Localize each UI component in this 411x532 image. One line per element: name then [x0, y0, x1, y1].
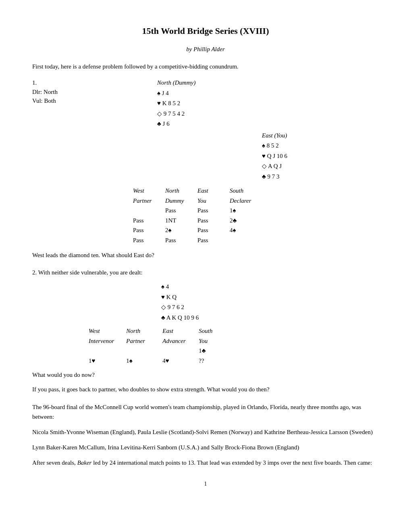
bid-e1: Pass [197, 206, 230, 216]
bid-w1 [133, 206, 165, 216]
bidding2-south-first-row: 1♣ [89, 346, 235, 356]
bid-n3: 2♠ [165, 225, 197, 235]
problem1-hands: North (Dummy) ♠ J 4 ♥ K 8 5 2 ◇ 9 7 5 4 … [77, 78, 379, 245]
bid2-w1: 1♥ [89, 356, 126, 366]
bid-w3: Pass [133, 225, 165, 235]
intro-text: First today, here is a defense problem f… [32, 62, 379, 71]
col-north-sub: Dummy [165, 196, 197, 206]
problem2-number: 2. [32, 269, 37, 276]
col2-west-header: West [89, 326, 126, 336]
bid-w2: Pass [133, 216, 165, 226]
north-card-4: ♣ J 6 [157, 119, 379, 129]
body-para-3: Lynn Baker-Karen McCallum, Irina Levitin… [32, 443, 379, 452]
east-card-3: ◇ A Q J [262, 161, 379, 172]
problem1-number: 1. [32, 78, 77, 87]
bidding2-row-1: 1♥ 1♠ 4♥ ?? [89, 356, 235, 366]
col2-south-header: South [199, 326, 235, 336]
problem2-intro-text: With neither side vulnerable, you are de… [38, 269, 143, 276]
problem1-dlr: Dlr: North [32, 87, 77, 97]
body-para-4: After seven deals, Baker led by 24 inter… [32, 458, 379, 468]
byline: by Phillip Alder [32, 45, 379, 54]
bidding-table-2: West North East South Intervenor Partner… [89, 326, 235, 366]
problem2-question1: What would you do now? [32, 370, 379, 380]
north-card-1: ♠ J 4 [157, 88, 379, 99]
bidding-row-3: Pass 2♠ Pass 4♠ [133, 225, 264, 235]
bid2-e1: 4♥ [162, 356, 199, 366]
bid-n1: Pass [165, 206, 197, 216]
east-label: East (You) [262, 131, 379, 140]
col-south-sub: Declarer [230, 196, 264, 206]
problem-2-section: 2. With neither side vulnerable, you are… [32, 268, 379, 394]
north-card-2: ♥ K 8 5 2 [157, 98, 379, 109]
bid2-w0 [89, 346, 126, 356]
bid-s3: 4♠ [230, 225, 264, 235]
col-east-sub: You [197, 196, 230, 206]
bid2-s1: ?? [199, 356, 235, 366]
hand2-card-4: ♣ A K Q 10 9 6 [161, 313, 379, 323]
bid2-n1: 1♠ [126, 356, 162, 366]
east-cards: ♠ 8 5 2 ♥ Q J 10 6 ◇ A Q J ♣ 9 7 3 [262, 141, 379, 182]
bid-e4: Pass [197, 235, 230, 245]
bid-e3: Pass [197, 225, 230, 235]
col2-north-sub: Partner [126, 336, 162, 346]
bidding-row-1: Pass Pass 1♠ [133, 206, 264, 216]
bid2-s0: 1♣ [199, 346, 235, 356]
problem2-question2: If you pass, it goes back to partner, wh… [32, 384, 379, 394]
bid-n4: Pass [165, 235, 197, 245]
page-title: 15th World Bridge Series (XVIII) [32, 24, 379, 37]
hand2-card-2: ♥ K Q [161, 292, 379, 303]
col2-north-header: North [126, 326, 162, 336]
hand2-card-3: ◇ 9 7 6 2 [161, 302, 379, 313]
bid2-n0 [126, 346, 162, 356]
bidding2-header-row: West North East South [89, 326, 235, 336]
bidding-row-2: Pass 1NT Pass 2♣ [133, 216, 264, 226]
north-card-3: ◇ 9 7 5 4 2 [157, 109, 379, 119]
col2-east-sub: Advancer [162, 336, 199, 346]
bid-s1: 1♠ [230, 206, 264, 216]
body-para-1: The 96-board final of the McConnell Cup … [32, 402, 379, 422]
bid-n2: 1NT [165, 216, 197, 226]
east-card-1: ♠ 8 5 2 [262, 141, 379, 151]
bid-s2: 2♣ [230, 216, 264, 226]
problem1-meta: 1. Dlr: North Vul: Both [32, 78, 77, 245]
col-south-header: South [230, 186, 264, 196]
bid2-e0 [162, 346, 199, 356]
col2-west-sub: Intervenor [89, 336, 126, 346]
hand2-cards: ♠ 4 ♥ K Q ◇ 9 7 6 2 ♣ A K Q 10 9 6 [161, 282, 379, 323]
col2-south-sub: You [199, 336, 235, 346]
col-west-sub: Partner [133, 196, 165, 206]
north-cards: ♠ J 4 ♥ K 8 5 2 ◇ 9 7 5 4 2 ♣ J 6 [157, 88, 379, 129]
hand2-card-1: ♠ 4 [161, 282, 379, 292]
bidding-row-4: Pass Pass Pass [133, 235, 264, 245]
east-card-2: ♥ Q J 10 6 [262, 151, 379, 162]
problem1-vul: Vul: Both [32, 96, 77, 106]
problem2-intro: 2. With neither side vulnerable, you are… [32, 268, 379, 277]
bidding-header-row: West North East South [133, 186, 264, 196]
col-east-header: East [197, 186, 230, 196]
problem-1-section: 1. Dlr: North Vul: Both North (Dummy) ♠ … [32, 78, 379, 260]
body-para-2: Nicola Smith-Yvonne Wiseman (England), P… [32, 427, 379, 437]
bidding-table-1: West North East South Partner Dummy You … [133, 186, 264, 245]
col2-east-header: East [162, 326, 199, 336]
bid-s4 [230, 235, 264, 245]
east-card-4: ♣ 9 7 3 [262, 172, 379, 182]
north-label: North (Dummy) [157, 78, 379, 87]
bidding-subheader-row: Partner Dummy You Declarer [133, 196, 264, 206]
problem1-question: West leads the diamond ten. What should … [32, 251, 379, 260]
bidding2-subheader-row: Intervenor Partner Advancer You [89, 336, 235, 346]
bid-w4: Pass [133, 235, 165, 245]
col-west-header: West [133, 186, 165, 196]
col-north-header: North [165, 186, 197, 196]
bid-e2: Pass [197, 216, 230, 226]
page-number: 1 [32, 480, 379, 488]
